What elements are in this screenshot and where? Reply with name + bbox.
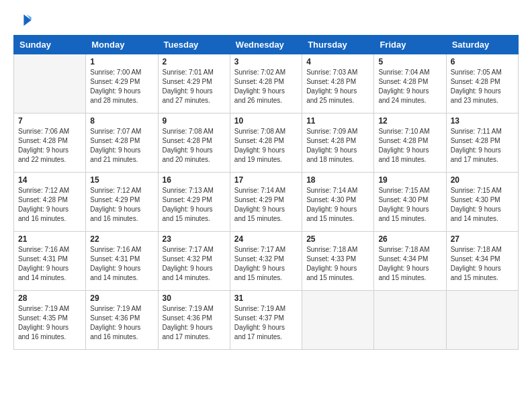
sunset-label: Sunset: [234,314,257,322]
daylight-label: Daylight: [234,265,261,272]
day-info: Sunrise: 7:14 AMSunset: 4:30 PMDaylight:… [306,186,369,224]
daylight-label: Daylight: [90,87,116,95]
day-number: 11 [306,116,369,126]
day-number: 19 [378,175,441,185]
day-number: 9 [163,116,226,126]
sunset-label: Sunset: [378,137,401,144]
sunset-label: Sunset: [234,196,257,203]
day-info: Sunrise: 7:18 AMSunset: 4:34 PMDaylight:… [451,245,514,283]
sunrise-label: Sunrise: [306,187,331,194]
calendar-cell: 22Sunrise: 7:16 AMSunset: 4:31 PMDayligh… [86,232,158,291]
calendar: SundayMondayTuesdayWednesdayThursdayFrid… [13,35,519,350]
week-row-1: 1Sunrise: 7:00 AMSunset: 4:29 PMDaylight… [14,54,519,113]
sunrise-label: Sunrise: [378,68,403,76]
sunset-label: Sunset: [451,255,474,263]
sunset-label: Sunset: [163,196,185,203]
sunrise-label: Sunrise: [18,305,43,312]
daylight-label: Daylight: [306,205,332,213]
calendar-header-row: SundayMondayTuesdayWednesdayThursdayFrid… [14,36,519,54]
day-info: Sunrise: 7:14 AMSunset: 4:29 PMDaylight:… [234,186,298,224]
sunset-label: Sunset: [18,137,41,144]
day-info: Sunrise: 7:17 AMSunset: 4:32 PMDaylight:… [234,245,298,283]
day-header-tuesday: Tuesday [158,36,230,54]
sunrise-label: Sunrise: [234,246,259,253]
calendar-cell: 6Sunrise: 7:05 AMSunset: 4:28 PMDaylight… [446,54,518,113]
calendar-cell [302,291,374,350]
day-number: 2 [163,57,226,66]
sunset-label: Sunset: [163,78,185,85]
day-number: 20 [451,175,514,185]
day-number: 1 [90,57,153,66]
calendar-cell: 5Sunrise: 7:04 AMSunset: 4:28 PMDaylight… [374,54,446,113]
day-number: 13 [451,116,514,126]
calendar-cell [374,291,446,350]
sunrise-label: Sunrise: [18,128,43,135]
day-number: 18 [306,175,369,185]
calendar-cell: 4Sunrise: 7:03 AMSunset: 4:28 PMDaylight… [302,54,374,113]
day-number: 27 [451,234,514,244]
daylight-label: Daylight: [451,87,477,95]
sunset-label: Sunset: [18,314,41,322]
calendar-cell: 12Sunrise: 7:10 AMSunset: 4:28 PMDayligh… [374,113,446,173]
daylight-label: Daylight: [90,205,116,213]
day-header-wednesday: Wednesday [230,36,302,54]
calendar-cell: 11Sunrise: 7:09 AMSunset: 4:28 PMDayligh… [302,113,374,173]
calendar-cell: 25Sunrise: 7:18 AMSunset: 4:33 PMDayligh… [302,232,374,291]
sunrise-label: Sunrise: [378,246,403,253]
day-info: Sunrise: 7:11 AMSunset: 4:28 PMDaylight:… [451,127,514,165]
sunrise-label: Sunrise: [306,68,331,76]
daylight-label: Daylight: [306,87,332,95]
day-number: 6 [451,57,514,66]
day-info: Sunrise: 7:15 AMSunset: 4:30 PMDaylight:… [378,186,441,224]
sunrise-label: Sunrise: [451,68,476,76]
daylight-label: Daylight: [18,205,44,213]
day-info: Sunrise: 7:09 AMSunset: 4:28 PMDaylight:… [306,127,369,165]
calendar-cell: 21Sunrise: 7:16 AMSunset: 4:31 PMDayligh… [14,232,86,291]
calendar-cell: 30Sunrise: 7:19 AMSunset: 4:36 PMDayligh… [158,291,230,350]
calendar-cell: 18Sunrise: 7:14 AMSunset: 4:30 PMDayligh… [302,173,374,232]
day-number: 10 [234,116,298,126]
calendar-cell: 17Sunrise: 7:14 AMSunset: 4:29 PMDayligh… [230,173,302,232]
day-number: 17 [234,175,298,185]
sunset-label: Sunset: [90,137,113,144]
sunrise-label: Sunrise: [306,246,331,253]
day-info: Sunrise: 7:16 AMSunset: 4:31 PMDaylight:… [18,245,81,283]
day-info: Sunrise: 7:19 AMSunset: 4:36 PMDaylight:… [90,304,153,342]
day-info: Sunrise: 7:16 AMSunset: 4:31 PMDaylight:… [90,245,153,283]
day-number: 28 [18,293,81,303]
day-number: 4 [306,57,369,66]
daylight-label: Daylight: [18,324,44,331]
daylight-label: Daylight: [163,265,189,272]
sunset-label: Sunset: [234,255,257,263]
logo-icon [13,11,32,30]
day-header-sunday: Sunday [14,36,86,54]
day-info: Sunrise: 7:12 AMSunset: 4:29 PMDaylight:… [90,186,153,224]
daylight-label: Daylight: [90,265,116,272]
day-number: 25 [306,234,369,244]
sunset-label: Sunset: [234,78,257,85]
sunrise-label: Sunrise: [90,68,115,76]
day-info: Sunrise: 7:06 AMSunset: 4:28 PMDaylight:… [18,127,81,165]
sunset-label: Sunset: [18,196,41,203]
daylight-label: Daylight: [234,324,261,331]
daylight-label: Daylight: [234,146,261,154]
sunset-label: Sunset: [306,137,329,144]
sunset-label: Sunset: [90,196,113,203]
sunrise-label: Sunrise: [90,246,115,253]
sunset-label: Sunset: [306,78,329,85]
day-number: 3 [234,57,298,66]
sunset-label: Sunset: [378,78,401,85]
day-info: Sunrise: 7:08 AMSunset: 4:28 PMDaylight:… [234,127,298,165]
sunset-label: Sunset: [163,137,185,144]
day-info: Sunrise: 7:13 AMSunset: 4:29 PMDaylight:… [163,186,226,224]
sunset-label: Sunset: [163,255,185,263]
sunset-label: Sunset: [451,78,474,85]
day-info: Sunrise: 7:10 AMSunset: 4:28 PMDaylight:… [378,127,441,165]
day-info: Sunrise: 7:08 AMSunset: 4:28 PMDaylight:… [163,127,226,165]
daylight-label: Daylight: [234,87,261,95]
calendar-cell: 14Sunrise: 7:12 AMSunset: 4:28 PMDayligh… [14,173,86,232]
sunrise-label: Sunrise: [234,68,259,76]
sunset-label: Sunset: [90,255,113,263]
sunset-label: Sunset: [90,78,113,85]
day-number: 30 [163,293,226,303]
